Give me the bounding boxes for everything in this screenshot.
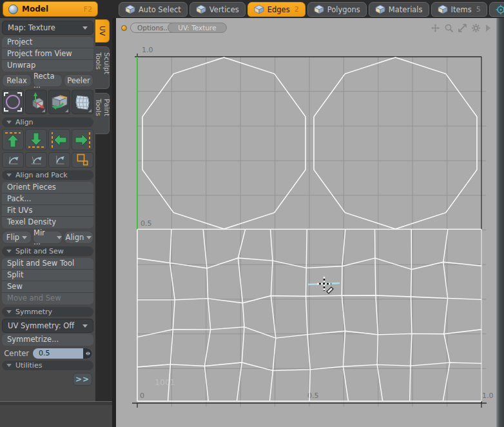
uv-unwrap-tool-button[interactable] — [48, 90, 70, 114]
cursor — [327, 287, 333, 293]
cube-icon — [314, 5, 324, 14]
chevron-down-icon — [82, 26, 88, 30]
uv-canvas[interactable]: 10011.00.500.51.0 — [116, 18, 496, 427]
mirror-dropdown-button[interactable]: Mir ... — [33, 231, 63, 244]
flyout-indicator — [88, 109, 92, 112]
cube-icon — [375, 5, 385, 14]
fit-uvs-button[interactable]: Fit UVs — [2, 205, 93, 217]
tab-uv[interactable]: UV — [95, 19, 110, 43]
collapse-triangle-icon — [6, 250, 12, 253]
texel-density-button[interactable]: Texel Density — [2, 217, 93, 228]
viewport-status-dot[interactable] — [121, 25, 127, 31]
tab-polygons[interactable]: Polygons — [307, 2, 367, 17]
tab-paint-tools[interactable]: Paint Tools — [95, 93, 110, 134]
align-dropdown-button[interactable]: Align — [64, 231, 93, 244]
align-right-icon — [73, 130, 92, 150]
expand-arrow-icon[interactable] — [485, 24, 491, 32]
uv-ellipse-projection-icon — [3, 91, 23, 113]
symmetrize-button[interactable]: Symmetrize... — [2, 334, 93, 346]
rotate-ccw-button[interactable] — [25, 152, 47, 168]
gear-icon[interactable] — [471, 23, 481, 33]
rotate-fit-button[interactable] — [48, 152, 70, 168]
map-texture-dropdown[interactable]: Map: Texture — [2, 21, 93, 35]
tab-label: Items — [451, 5, 472, 14]
align-down-button[interactable] — [25, 129, 47, 150]
model-tab-label: Model — [22, 5, 80, 14]
right-panel-edge[interactable] — [496, 18, 504, 427]
uv-viewport[interactable]: 10011.00.500.51.0 Options... UV: Texture — [116, 18, 496, 427]
uv-ellipse-projection-tool-button[interactable] — [2, 90, 24, 114]
tab-sculpt-tools[interactable]: Sculpt Tools — [95, 46, 110, 89]
section-header-align[interactable]: Align — [2, 117, 93, 127]
orient-pieces-button[interactable]: Orient Pieces — [2, 182, 93, 194]
top-toolbar: Model F2 Auto SelectVerticesEdges2Polygo… — [0, 0, 504, 18]
split-and-sew-tool-button[interactable]: Split and Sew Tool — [2, 258, 93, 270]
align-right-button[interactable] — [72, 129, 93, 150]
cube-icon — [125, 5, 135, 14]
unwrap-button[interactable]: Unwrap — [2, 60, 93, 72]
relax-row: Relax Recta ... Peeler — [2, 74, 93, 87]
zoom-icon[interactable] — [444, 23, 454, 33]
svg-text:1001: 1001 — [155, 377, 175, 387]
model-tab-shortcut: F2 — [84, 5, 92, 14]
uv-texture-map-button[interactable]: UV: Texture — [168, 23, 227, 33]
tab-label: Edges — [267, 5, 290, 14]
uv-symmetry-dropdown[interactable]: UV Symmetry: Off — [2, 319, 93, 333]
rotate-cw-button[interactable] — [2, 152, 24, 168]
align-up-button[interactable] — [2, 129, 24, 150]
rotate-arc-icon — [5, 153, 21, 167]
tab-badge: 2 — [295, 5, 299, 14]
pack-region-button[interactable] — [72, 152, 93, 168]
align-arrow-row — [2, 129, 93, 150]
action-center-icon — [496, 5, 504, 15]
peeler-button[interactable]: Peeler — [64, 74, 93, 87]
tab-badge: 5 — [476, 5, 481, 14]
symmetrize-group: Symmetrize... — [2, 334, 93, 346]
tab-label: Auto Select — [139, 5, 181, 14]
tab-auto-select[interactable]: Auto Select — [119, 2, 188, 17]
cube-icon — [438, 5, 448, 14]
cube-icon — [196, 5, 206, 14]
flip-dropdown-button[interactable]: Flip — [2, 231, 32, 244]
project-from-view-button[interactable]: Project from View — [2, 48, 93, 60]
uv-tool-icon-row — [2, 90, 93, 114]
section-header-align-and-pack[interactable]: Align and Pack — [2, 170, 93, 180]
center-field-label: Center — [3, 349, 29, 358]
tab-model[interactable]: Model F2 — [3, 1, 98, 17]
align-pack-button-group: Orient Pieces Pack... Fit UVs Texel Dens… — [2, 182, 93, 228]
tab-edges[interactable]: Edges2 — [247, 2, 305, 17]
svg-text:1.0: 1.0 — [142, 46, 153, 54]
tab-label: Polygons — [327, 5, 360, 14]
tab-action-center[interactable]: Action Center — [489, 2, 504, 17]
center-value-input[interactable]: 0.5 — [33, 348, 92, 359]
expand-panel-button[interactable]: >> — [73, 373, 92, 386]
center-field-row: Center 0.5 — [3, 348, 92, 359]
tab-label: Materials — [389, 5, 423, 14]
section-header-utilities[interactable]: Utilities — [2, 361, 93, 370]
chevron-down-icon — [22, 236, 27, 239]
project-button[interactable]: Project — [2, 37, 93, 48]
align-left-button[interactable] — [48, 129, 70, 150]
tab-vertices[interactable]: Vertices — [189, 2, 246, 17]
pan-icon[interactable] — [431, 23, 440, 33]
svg-text:0: 0 — [140, 392, 144, 400]
center-value: 0.5 — [33, 349, 83, 357]
section-header-symmetry[interactable]: Symmetry — [2, 307, 93, 317]
split-button[interactable]: Split — [2, 270, 93, 281]
fit-view-icon[interactable] — [458, 23, 467, 33]
model-sphere-icon — [8, 5, 18, 14]
tab-items[interactable]: Items5 — [431, 2, 487, 17]
svg-text:0.5: 0.5 — [141, 219, 152, 228]
pack-button[interactable]: Pack... — [2, 194, 93, 205]
chevron-down-icon — [86, 236, 92, 239]
align-down-icon — [26, 130, 46, 150]
relax-button[interactable]: Relax — [2, 74, 32, 87]
value-spinner[interactable] — [83, 348, 92, 359]
rotate-arc-icon — [28, 153, 44, 167]
transform-tool-button[interactable] — [25, 90, 47, 114]
section-header-split-and-sew[interactable]: Split and Sew — [2, 246, 93, 256]
rectangle-button[interactable]: Recta ... — [33, 74, 63, 87]
uv-peel-tool-button[interactable] — [72, 90, 93, 114]
sew-button[interactable]: Sew — [2, 281, 93, 293]
tab-materials[interactable]: Materials — [369, 2, 429, 17]
